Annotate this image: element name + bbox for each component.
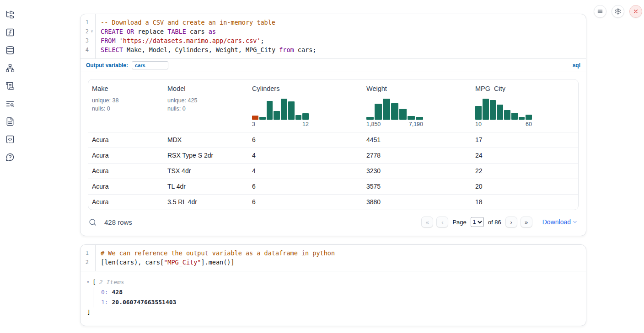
histogram-bar[interactable] — [504, 110, 510, 120]
sidebar-item-scratchpad[interactable] — [5, 80, 16, 91]
column-label: Cylinders — [252, 85, 359, 92]
fold-spacer — [89, 45, 95, 54]
table-cell: Acura — [88, 179, 164, 194]
histogram-bar[interactable] — [274, 111, 280, 120]
histogram-bar[interactable] — [391, 103, 398, 120]
histogram-bar[interactable] — [490, 100, 496, 120]
histogram-bar[interactable] — [475, 106, 482, 120]
histogram-bar[interactable] — [526, 115, 532, 120]
table-body: AcuraMDX6445117AcuraRSX Type S 2dr427782… — [88, 132, 578, 210]
histogram-bar[interactable] — [252, 116, 258, 120]
code-token: replace — [134, 28, 167, 35]
table-footer: 428 rows « ‹ Page 1 of 86 › » Download — [88, 210, 579, 235]
histogram-bar[interactable] — [383, 99, 390, 120]
first-page-button[interactable]: « — [421, 217, 433, 227]
fold-spacer — [89, 258, 95, 267]
chevron-down-icon — [572, 219, 578, 225]
table-cell: MDX — [164, 132, 248, 148]
settings-button[interactable] — [612, 5, 624, 18]
histogram-bar[interactable] — [366, 117, 374, 120]
python-cell-output: ∨ [ 2 Items 0: 4281: 20.060747663551403 … — [80, 271, 586, 326]
code-line[interactable]: [len(cars), cars["MPG_City"].mean()] — [101, 258, 586, 267]
histogram-bar[interactable] — [416, 117, 423, 120]
code-line[interactable]: SELECT Make, Model, Cylinders, Weight, M… — [101, 45, 586, 54]
column-label: Weight — [366, 85, 468, 92]
table-footer-left: 428 rows — [89, 218, 132, 226]
histogram-bar[interactable] — [375, 104, 382, 120]
sidebar-item-file-explorer[interactable] — [5, 9, 16, 20]
tree-entry-value: 428 — [112, 289, 122, 296]
next-page-button[interactable]: › — [505, 217, 517, 227]
histogram-bar[interactable] — [519, 117, 525, 120]
sidebar-item-help[interactable] — [5, 152, 16, 163]
fold-chevron-icon[interactable]: ∨ — [89, 27, 95, 36]
table-cell: 3880 — [363, 195, 472, 210]
code-token: FROM — [101, 37, 116, 44]
sidebar-item-functions[interactable] — [5, 27, 16, 38]
histogram-bar[interactable] — [497, 105, 503, 120]
code-line[interactable]: CREATE OR replace TABLE cars as — [101, 27, 586, 36]
table-row[interactable]: AcuraRSX Type S 2dr4277824 — [88, 148, 578, 163]
sidebar-item-documentation[interactable] — [5, 116, 16, 127]
menu-button[interactable] — [594, 5, 606, 18]
column-header-cylinders[interactable]: Cylinders 312 — [248, 79, 363, 132]
tree-open-bracket: [ — [92, 277, 96, 287]
collapse-chevron-icon[interactable]: ∨ — [87, 277, 92, 287]
code-line[interactable]: # We can reference the output variable a… — [101, 248, 586, 258]
table-row[interactable]: Acura3.5 RL 4dr6388018 — [88, 194, 578, 210]
table-cell: 4 — [248, 164, 363, 179]
tree-close-bracket: ] — [87, 307, 580, 317]
histogram-bar[interactable] — [281, 99, 287, 120]
fold-spacer — [89, 248, 95, 258]
download-button[interactable]: Download — [542, 218, 578, 226]
column-header-model[interactable]: Model unique: 425 nulls: 0 — [164, 79, 248, 132]
last-page-button[interactable]: » — [521, 217, 532, 227]
table-row[interactable]: AcuraTL 4dr6357520 — [88, 179, 578, 194]
histogram-bar[interactable] — [267, 101, 273, 120]
sidebar-item-datasources[interactable] — [5, 45, 16, 56]
nulls-count: nulls: 0 — [167, 105, 245, 113]
column-header-weight[interactable]: Weight 1,8507,190 — [363, 79, 472, 132]
sql-code-editor[interactable]: 12∨34-- Download a CSV and create an in-… — [80, 14, 586, 58]
folder-tree-icon — [5, 10, 15, 19]
histogram-bar[interactable] — [302, 113, 309, 120]
histogram-bar[interactable] — [259, 117, 266, 120]
database-icon — [5, 46, 15, 55]
table-cell: RSX Type S 2dr — [164, 148, 248, 163]
python-code-editor[interactable]: 12# We can reference the output variable… — [80, 245, 586, 271]
histogram-bar[interactable] — [295, 115, 302, 120]
column-header-make[interactable]: Make unique: 38 nulls: 0 — [88, 79, 164, 132]
histogram-bar[interactable] — [288, 101, 295, 120]
sql-cell: 12∨34-- Download a CSV and create an in-… — [80, 14, 586, 236]
code-lines[interactable]: # We can reference the output variable a… — [96, 245, 586, 271]
table-cell: Acura — [88, 195, 164, 210]
line-number: 1 — [80, 248, 95, 258]
page-select[interactable]: 1 — [471, 217, 484, 227]
sql-cell-output: Make unique: 38 nulls: 0 Model unique: 4… — [80, 72, 586, 236]
line-number: 3 — [80, 36, 95, 45]
previous-page-button[interactable]: ‹ — [436, 217, 448, 227]
code-token: ; — [261, 37, 264, 44]
histogram-bars — [366, 98, 423, 120]
code-line[interactable]: -- Download a CSV and create an in-memor… — [101, 18, 586, 27]
histogram-bar[interactable] — [399, 109, 407, 120]
histogram-bar[interactable] — [408, 116, 415, 120]
output-variable-input[interactable] — [132, 61, 168, 69]
hamburger-menu-icon — [597, 8, 603, 15]
code-line[interactable]: FROM 'https://datasets.marimo.app/cars.c… — [101, 36, 586, 45]
shutdown-button[interactable] — [629, 5, 642, 18]
sidebar-item-logs[interactable] — [5, 98, 16, 109]
table-row[interactable]: AcuraTSX 4dr4323022 — [88, 163, 578, 179]
histogram-bars — [252, 98, 309, 120]
sidebar-item-dependencies[interactable] — [5, 63, 16, 74]
histogram-bar[interactable] — [483, 99, 489, 120]
histogram-bar[interactable] — [511, 113, 518, 120]
scroll-icon — [5, 81, 15, 90]
search-icon[interactable] — [89, 218, 97, 226]
line-number-text: 1 — [86, 248, 89, 258]
column-header-mpg-city[interactable]: MPG_City 1060 — [472, 79, 578, 132]
code-lines[interactable]: -- Download a CSV and create an in-memor… — [96, 14, 586, 58]
sidebar-item-snippets[interactable] — [5, 134, 16, 145]
top-actions — [594, 5, 642, 18]
table-row[interactable]: AcuraMDX6445117 — [88, 132, 578, 148]
